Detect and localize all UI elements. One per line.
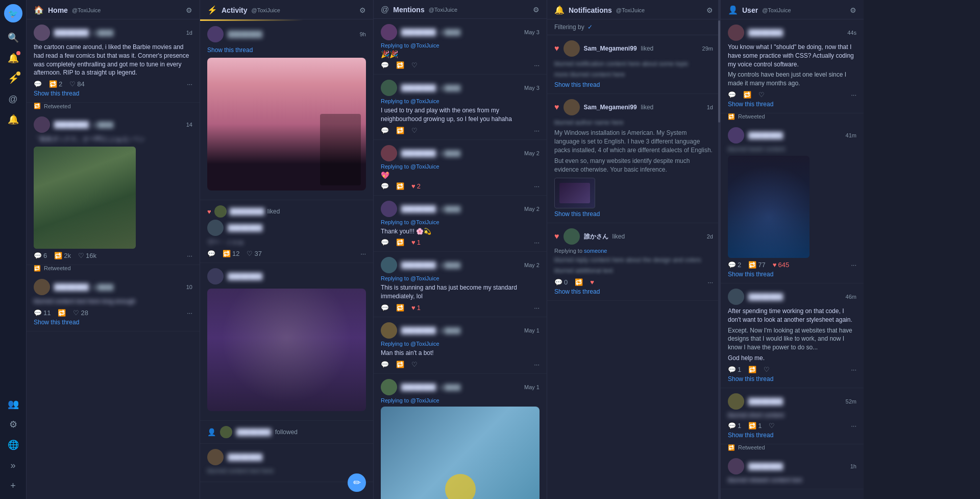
sidebar-item-notifications[interactable]: 🔔 [4, 49, 22, 67]
notif-3-body: blurred reply content here about the des… [554, 256, 713, 265]
mention-2-more[interactable]: ··· [534, 127, 540, 134]
sidebar-item-alerts[interactable]: 🔔 [4, 110, 22, 129]
tweet-1-like[interactable]: ♡ 84 [69, 80, 84, 88]
notif-3-like[interactable]: ♥ [590, 278, 594, 286]
user-tweet-4-show-thread[interactable]: Show this thread [728, 432, 773, 439]
mention-2-like[interactable]: ♡ [411, 127, 418, 134]
user-tweet-4-reply[interactable]: 💬 1 [728, 422, 741, 430]
activity-item-1-show-thread[interactable]: Show this thread [207, 46, 253, 54]
mention-1-retweet[interactable]: 🔁 [396, 61, 404, 69]
sidebar-item-globe[interactable]: 🌐 [4, 436, 22, 454]
user-tweet-2-retweet[interactable]: 🔁 77 [748, 261, 765, 269]
column-notifications-settings[interactable]: ⚙ [706, 6, 713, 14]
mention-3-retweet[interactable]: 🔁 [396, 182, 404, 190]
user-tweet-4-retweet[interactable]: 🔁 1 [748, 422, 762, 430]
mention-1-like[interactable]: ♡ [411, 61, 418, 69]
tweet-2-retweet[interactable]: 🔁 2k [54, 252, 71, 259]
activity-item-2-like[interactable]: ♡ 37 [247, 250, 261, 257]
user-tweet-2-more[interactable]: ··· [851, 261, 856, 269]
user-tweet-3-like[interactable]: ♡ [764, 366, 770, 373]
tweet-3-reply[interactable]: 💬 11 [34, 309, 51, 317]
tweet-3-show-thread[interactable]: Show this thread [34, 319, 79, 326]
mention-2-reply[interactable]: 💬 [381, 127, 389, 134]
mention-1-reply[interactable]: 💬 [381, 61, 389, 69]
user-tweet-3-show-thread[interactable]: Show this thread [728, 375, 773, 383]
sidebar-item-addcol[interactable]: + [4, 477, 22, 495]
activity-item-2-more[interactable]: ··· [360, 250, 366, 257]
notif-2-body: blurred author name here [554, 118, 713, 127]
activity-item-1-image [207, 58, 366, 191]
user-tweet-1-like[interactable]: ♡ [758, 91, 765, 99]
user-tweet-1-show-thread[interactable]: Show this thread [728, 101, 773, 108]
column-home-settings[interactable]: ⚙ [186, 6, 192, 14]
mention-4-avatar [381, 201, 397, 217]
notifications-scrollbar[interactable] [718, 0, 720, 499]
column-activity-settings[interactable]: ⚙ [359, 6, 366, 14]
user-tweet-1-reply[interactable]: 💬 [728, 91, 736, 99]
tweet-2-reply[interactable]: 💬 6 [34, 252, 47, 259]
mention-6-like[interactable]: ♡ [411, 361, 418, 368]
column-mentions-settings[interactable]: ⚙ [533, 6, 540, 14]
mention-1-name: ████████ [401, 29, 436, 36]
mention-1-more[interactable]: ··· [534, 61, 540, 69]
user-tweet-2-reply[interactable]: 💬 2 [728, 261, 741, 269]
mention-5-reply[interactable]: 💬 [381, 304, 389, 312]
mention-5-more[interactable]: ··· [534, 304, 540, 312]
sidebar-item-settings[interactable]: ⚙ [4, 415, 22, 434]
mention-4-more[interactable]: ··· [534, 239, 540, 246]
tweet-3-like[interactable]: ♡ 28 [73, 309, 88, 317]
tweet-1-meta: ████████ @████ [54, 29, 182, 36]
notif-1-show-thread[interactable]: Show this thread [554, 81, 600, 88]
mention-6-reply[interactable]: 💬 [381, 361, 389, 368]
tweet-1-more[interactable]: ··· [187, 80, 192, 88]
mention-3-more[interactable]: ··· [534, 182, 540, 190]
user-tweet-2-show-thread[interactable]: Show this thread [728, 271, 773, 278]
notif-3-more[interactable]: ··· [707, 278, 713, 286]
user-tweet-1-retweet[interactable]: 🔁 [743, 91, 751, 99]
mention-1-time: May 3 [524, 29, 540, 35]
app-logo[interactable]: 🐦 [4, 4, 22, 22]
tweet-2-like[interactable]: ♡ 16k [78, 252, 96, 259]
home-icon: 🏠 [34, 5, 44, 15]
mention-3-like[interactable]: ♥ 2 [411, 182, 421, 190]
user-tweet-3-more[interactable]: ··· [851, 366, 856, 373]
user-tweet-3-reply[interactable]: 💬 1 [728, 366, 741, 373]
activity-item-extra: ████████ blurred content text here [200, 444, 373, 482]
tweet-1-reply[interactable]: 💬 [34, 80, 42, 88]
sidebar-item-mentions[interactable]: @ [4, 90, 22, 108]
mention-6-retweet[interactable]: 🔁 [396, 361, 404, 368]
mention-3-reply[interactable]: 💬 [381, 182, 389, 190]
user-tweet-1-more[interactable]: ··· [851, 91, 856, 99]
activity-item-2-reply[interactable]: 💬 [207, 250, 215, 257]
mention-5-retweet[interactable]: 🔁 [396, 304, 404, 312]
activity-item-3: ████████ [200, 263, 373, 421]
tweet-1-show-thread[interactable]: Show this thread [34, 90, 79, 97]
tweet-2-more[interactable]: ··· [187, 252, 192, 259]
user-tweet-4-like[interactable]: ♡ [769, 422, 775, 430]
compose-button[interactable]: ✏ [348, 473, 366, 492]
activity-item-2-retweet[interactable]: 🔁 12 [223, 250, 239, 257]
tweet-3-more[interactable]: ··· [187, 309, 192, 317]
tweet-1-retweet[interactable]: 🔁 2 [49, 80, 62, 88]
column-home-header: 🏠 Home @ToxiJuice ⚙ [27, 0, 200, 19]
notif-3-reply[interactable]: 💬 0 [554, 278, 568, 286]
mention-6-more[interactable]: ··· [534, 361, 540, 368]
mention-4-reply[interactable]: 💬 [381, 239, 389, 246]
notif-2-show-thread[interactable]: Show this thread [554, 210, 600, 218]
tweet-3-retweet[interactable]: 🔁 [58, 309, 66, 317]
user-tweet-4-more[interactable]: ··· [851, 422, 856, 430]
column-home-title: Home [48, 6, 68, 14]
mention-2-retweet[interactable]: 🔁 [396, 127, 404, 134]
notif-3-retweet[interactable]: 🔁 [575, 278, 583, 286]
notif-3-show-thread[interactable]: Show this thread [554, 288, 600, 295]
mention-4-retweet[interactable]: 🔁 [396, 239, 404, 246]
mention-4-like[interactable]: ♥ 1 [411, 239, 421, 246]
sidebar-item-activity[interactable]: ⚡ [4, 69, 22, 88]
user-tweet-2-like[interactable]: ♥ 645 [773, 261, 789, 269]
mention-5-like[interactable]: ♥ 1 [411, 304, 421, 312]
sidebar-item-expand[interactable]: » [4, 456, 22, 474]
sidebar-item-search[interactable]: 🔍 [4, 29, 22, 47]
sidebar-item-contacts[interactable]: 👥 [4, 395, 22, 413]
user-tweet-3-retweet[interactable]: 🔁 [748, 366, 756, 373]
column-user-settings[interactable]: ⚙ [850, 6, 856, 14]
